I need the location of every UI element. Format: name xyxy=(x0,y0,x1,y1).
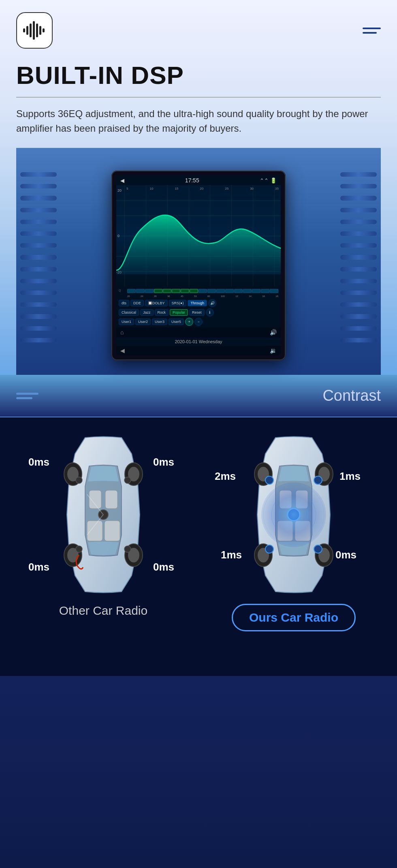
jazz-button[interactable]: Jazz xyxy=(140,309,154,316)
ours-car-view: 2ms 1ms 1ms 0ms xyxy=(237,434,350,596)
eq-curve-svg xyxy=(116,193,281,274)
eq-num-label: 30 xyxy=(250,187,254,190)
app-logo xyxy=(16,12,53,49)
svg-rect-2 xyxy=(30,24,32,37)
eq-num-label: 25 xyxy=(225,187,228,190)
ours-car-delay-bot-left: 1ms xyxy=(221,549,242,561)
eq-display: 5 10 15 20 25 30 35 20 0 -20 xyxy=(116,185,281,286)
other-car-label: Other Car Radio xyxy=(59,604,147,618)
screen-home-icon[interactable]: ⌂ xyxy=(120,329,124,336)
sound-wave-icon xyxy=(22,20,47,41)
title-divider xyxy=(16,97,381,98)
screen-vol-down[interactable]: 🔉 xyxy=(270,347,277,354)
svg-rect-0 xyxy=(23,28,25,32)
screen-volume-icon[interactable]: 🔊 xyxy=(270,329,277,336)
screen-date-bar: 2020-01-01 Wednesday xyxy=(116,337,281,346)
other-car-delay-labels: 0ms 0ms 0ms 0ms xyxy=(47,434,160,596)
other-car-delay-bot-right: 0ms xyxy=(153,561,174,573)
user3-button[interactable]: User3 xyxy=(152,319,167,325)
eq-num-label: 20 xyxy=(200,187,203,190)
through-button[interactable]: Through xyxy=(188,300,207,306)
screen-inner: ◀ 17:55 ⌃⌃ 🔋 xyxy=(116,175,281,355)
eq-buttons-row2: Classical Jazz Rock Popular Reset ℹ xyxy=(119,308,278,316)
ours-car-delay-top-right: 1ms xyxy=(339,470,361,483)
eq-num-label: 35 xyxy=(275,187,279,190)
volume-icon-button[interactable]: 🔊 xyxy=(208,299,216,307)
left-vents xyxy=(16,164,61,351)
other-car-delay-top-right: 0ms xyxy=(153,456,174,468)
eq-top-labels: 5 10 15 20 25 30 35 xyxy=(126,187,279,190)
right-vents xyxy=(336,164,381,351)
screen-time: 17:55 xyxy=(185,177,199,184)
eq-user-row: User1 User2 User3 User5 + − xyxy=(119,318,278,326)
popular-button[interactable]: Popular xyxy=(170,309,188,316)
svg-rect-6 xyxy=(43,28,45,32)
ours-car-label-button[interactable]: Ours Car Radio xyxy=(232,604,356,631)
eq-num-label: 5 xyxy=(126,187,128,190)
screen-bottom-nav: ◀ 🔉 xyxy=(116,346,281,355)
contrast-bar: Contrast xyxy=(0,375,397,417)
ours-car-delay-bot-right: 0ms xyxy=(335,549,356,561)
dde-button[interactable]: DDE xyxy=(130,300,144,306)
eq-num-label: 15 xyxy=(175,187,178,190)
ours-car-delay-labels: 2ms 1ms 1ms 0ms xyxy=(237,434,350,596)
user1-button[interactable]: User1 xyxy=(119,319,134,325)
reset-button[interactable]: Reset xyxy=(189,309,205,316)
car-screen-device: ◀ 17:55 ⌃⌃ 🔋 xyxy=(111,171,286,360)
screen-back-nav[interactable]: ◀ xyxy=(120,347,125,354)
screen-topbar: ◀ 17:55 ⌃⌃ 🔋 xyxy=(116,175,281,185)
rock-button[interactable]: Rock xyxy=(155,309,169,316)
user5-button[interactable]: User5 xyxy=(169,319,184,325)
top-section: BUILT-IN DSP Supports 36EQ adjustment, a… xyxy=(0,0,397,375)
hamburger-menu-button[interactable] xyxy=(363,28,381,34)
ours-car-label-wrapper: Ours Car Radio xyxy=(232,604,356,631)
eq-y-label-20: 20 xyxy=(117,188,122,192)
hero-description: Supports 36EQ adjustment, and the ultra-… xyxy=(16,107,381,136)
add-user-button[interactable]: + xyxy=(185,318,193,326)
other-car-view: 0ms 0ms 0ms 0ms xyxy=(47,434,160,596)
other-car-delay-top-left: 0ms xyxy=(28,456,49,468)
other-car-delay-bot-left: 0ms xyxy=(28,561,49,573)
srs-button[interactable]: SRS(●) xyxy=(169,300,187,306)
remove-user-button[interactable]: − xyxy=(194,318,203,326)
contrast-label: Contrast xyxy=(322,387,381,404)
car-radio-wrapper: ◀ 17:55 ⌃⌃ 🔋 xyxy=(16,148,381,375)
screen-nav: ⌂ 🔊 xyxy=(116,327,281,337)
svg-rect-1 xyxy=(26,26,28,35)
svg-rect-3 xyxy=(33,21,35,40)
eq-controls: Q xyxy=(116,286,281,327)
user2-button[interactable]: User2 xyxy=(135,319,151,325)
eq-num-label: 10 xyxy=(149,187,153,190)
info-button[interactable]: ℹ xyxy=(206,308,214,316)
screen-status-icons: ⌃⌃ 🔋 xyxy=(260,177,277,184)
cars-comparison-container: 0ms 0ms 0ms 0ms xyxy=(12,434,385,631)
ours-car-item: 2ms 1ms 1ms 0ms xyxy=(209,434,379,631)
ours-car-delay-top-left: 2ms xyxy=(215,470,236,483)
contrast-lines-icon xyxy=(16,393,38,399)
dolby-button[interactable]: 🔲DOLBY xyxy=(145,300,168,306)
svg-rect-4 xyxy=(36,24,38,37)
other-car-item: 0ms 0ms 0ms 0ms xyxy=(18,434,188,618)
eq-buttons-row1: dts DDE 🔲DOLBY SRS(●) Through 🔊 xyxy=(119,299,278,307)
header-bar xyxy=(16,12,381,49)
page-title: BUILT-IN DSP xyxy=(16,61,381,90)
comparison-section: 0ms 0ms 0ms 0ms xyxy=(0,417,397,676)
screen-date: 2020-01-01 Wednesday xyxy=(175,339,222,344)
screen-back-icon[interactable]: ◀ xyxy=(120,177,124,184)
svg-rect-5 xyxy=(39,26,41,35)
dts-button[interactable]: dts xyxy=(119,300,129,306)
classical-button[interactable]: Classical xyxy=(119,309,139,316)
